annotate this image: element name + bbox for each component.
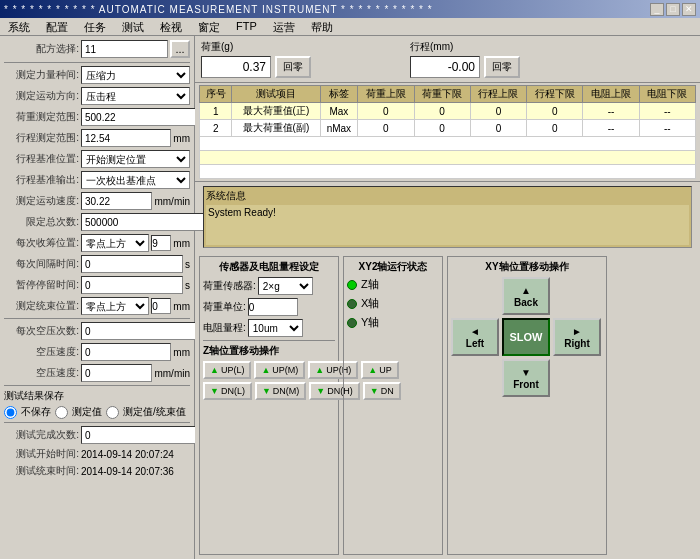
menu-config[interactable]: 配置 <box>42 20 72 33</box>
close-button[interactable]: ✕ <box>682 3 696 16</box>
resistance-label: 电阻量程: <box>203 321 246 335</box>
sensor-unit-label: 荷重单位: <box>203 300 246 314</box>
front-label: Front <box>513 379 539 390</box>
end-pos-unit: mm <box>173 301 190 312</box>
save-both-radio[interactable] <box>106 406 119 419</box>
menu-ftp[interactable]: FTP <box>232 20 261 33</box>
weight-display-group: 荷重(g) 回零 <box>201 40 311 78</box>
table-area: 序号 测试项目 标签 荷重上限 荷重下限 行程上限 行程下限 电阻上限 电阻下限… <box>195 83 700 182</box>
z-up-low-button[interactable]: ▲ UP(L) <box>203 361 251 379</box>
end-pos-select[interactable]: 零点上方 <box>81 297 149 315</box>
save-label: 测试结果保存 <box>4 389 190 403</box>
stroke-label: 行程(mm) <box>410 40 520 54</box>
z-dn-mid-button[interactable]: ▼ DN(M) <box>255 382 306 400</box>
air-interval-unit: mm/min <box>154 368 190 379</box>
cell-tag-1: Max <box>320 103 358 120</box>
z-dn-mid-label: DN(M) <box>273 386 300 396</box>
maximize-button[interactable]: □ <box>666 3 680 16</box>
air-speed-label: 空压速度: <box>4 345 79 359</box>
right-button[interactable]: ► Right <box>553 318 601 356</box>
x-axis-status: X轴 <box>347 296 439 311</box>
bottom-area: 传感器及电阻量程设定 荷重传感器: 2×g 荷重单位: 电阻量程: 10um <box>195 252 700 559</box>
save-value-label: 测定值 <box>72 405 102 419</box>
dn-arrow-icon2: ▼ <box>262 386 271 396</box>
collect-pos-unit: mm <box>173 238 190 249</box>
resistance-select[interactable]: 10um <box>248 319 303 337</box>
cell-shi-1: 0 <box>470 103 526 120</box>
air-speed-unit: mm <box>173 347 190 358</box>
table-row-empty <box>200 165 696 179</box>
xy-status-title: XY2轴运行状态 <box>347 260 439 274</box>
config-input[interactable]: 11 <box>81 40 168 58</box>
weight-recall-button[interactable]: 回零 <box>275 56 311 78</box>
fixed-count-label: 限定总次数: <box>4 215 79 229</box>
stroke-value[interactable] <box>410 56 480 78</box>
save-value-radio[interactable] <box>55 406 68 419</box>
air-speed-input[interactable] <box>81 343 171 361</box>
window-controls[interactable]: _ □ ✕ <box>650 3 696 16</box>
back-button[interactable]: ▲ Back <box>502 277 550 315</box>
minimize-button[interactable]: _ <box>650 3 664 16</box>
move-direction-select[interactable]: 压击程 <box>81 87 190 105</box>
cell-slo-2: 0 <box>527 120 583 137</box>
system-info: 系统信息 System Ready! <box>203 186 692 248</box>
end-pos-mm[interactable] <box>151 298 171 314</box>
pause-unit: s <box>185 280 190 291</box>
z-dn-low-button[interactable]: ▼ DN(L) <box>203 382 252 400</box>
menu-inspect[interactable]: 检视 <box>156 20 186 33</box>
menu-help[interactable]: 帮助 <box>307 20 337 33</box>
menu-test[interactable]: 测试 <box>118 20 148 33</box>
up-arrow-icon2: ▲ <box>261 365 270 375</box>
menu-settings[interactable]: 窗定 <box>194 20 224 33</box>
pause-label: 暂停停留时间: <box>4 278 79 292</box>
air-interval-input[interactable] <box>81 364 152 382</box>
menu-ops[interactable]: 运营 <box>269 20 299 33</box>
cell-whi-1: 0 <box>358 103 414 120</box>
weight-value[interactable] <box>201 56 271 78</box>
sensor-type-label: 荷重传感器: <box>203 279 256 293</box>
stroke-start-select[interactable]: 开始测定位置 <box>81 150 190 168</box>
z-axis-status: Z轴 <box>347 277 439 292</box>
front-button[interactable]: ▼ Front <box>502 359 550 397</box>
slow-button[interactable]: SLOW <box>502 318 550 356</box>
dir-empty-1 <box>451 277 499 315</box>
weight-label: 荷重(g) <box>201 40 311 54</box>
z-up-mid-button[interactable]: ▲ UP(M) <box>254 361 305 379</box>
count-label: 测试完成次数: <box>4 428 79 442</box>
collect-pos-select[interactable]: 零点上方 <box>81 234 149 252</box>
pause-input[interactable] <box>81 276 183 294</box>
air-interval-label: 空压速度: <box>4 366 79 380</box>
measure-force-select[interactable]: 压缩力 <box>81 66 190 84</box>
stroke-end-label: 行程基准输出: <box>4 173 79 187</box>
col-res-hi: 电阻上限 <box>583 86 639 103</box>
end-pos-label: 测定统束位置: <box>4 299 79 313</box>
system-info-content: System Ready! <box>206 205 689 245</box>
back-label: Back <box>514 297 538 308</box>
table-row-empty <box>200 137 696 151</box>
measure-speed-input[interactable] <box>81 192 152 210</box>
left-panel: 配方选择: 11 ... 测定力量种间: 压缩力 测定运动方向: 压击程 荷重测… <box>0 36 195 559</box>
col-res-lo: 电阻下限 <box>639 86 695 103</box>
system-info-label: 系统信息 <box>206 189 689 203</box>
stroke-end-select[interactable]: 一次校出基准点 <box>81 171 190 189</box>
save-none-radio[interactable] <box>4 406 17 419</box>
interval-input[interactable] <box>81 255 183 273</box>
z-up-buttons: ▲ UP(L) ▲ UP(M) ▲ UP(H) ▲ UP <box>203 361 335 379</box>
y-axis-led <box>347 318 357 328</box>
interval-unit: s <box>185 259 190 270</box>
stroke-recall-button[interactable]: 回零 <box>484 56 520 78</box>
start-time-value: 2014-09-14 20:07:24 <box>81 449 174 460</box>
measure-speed-label: 测定运动速度: <box>4 194 79 208</box>
menu-task[interactable]: 任务 <box>80 20 110 33</box>
menu-system[interactable]: 系统 <box>4 20 34 33</box>
collect-pos-mm[interactable] <box>151 235 171 251</box>
stroke-range-input[interactable] <box>81 129 171 147</box>
sensor-panel-title: 传感器及电阻量程设定 <box>203 260 335 274</box>
sensor-type-select[interactable]: 2×g <box>258 277 313 295</box>
sensor-unit-input[interactable] <box>248 298 298 316</box>
config-browse-button[interactable]: ... <box>170 40 190 58</box>
right-arrow-icon: ► <box>572 326 582 337</box>
table-row: 2 最大荷重值(副) nMax 0 0 0 0 -- -- <box>200 120 696 137</box>
left-button[interactable]: ◄ Left <box>451 318 499 356</box>
collect-pos-label: 每次收筹位置: <box>4 236 79 250</box>
